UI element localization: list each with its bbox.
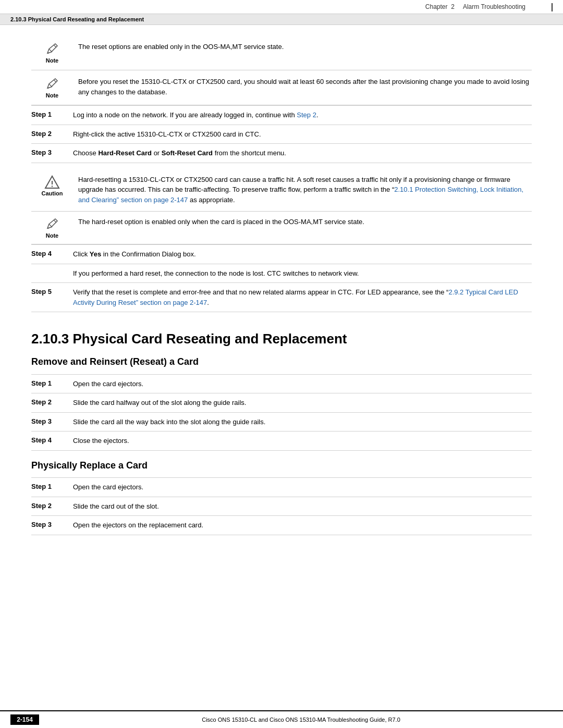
footer-page-badge: 2-154 [10,714,39,725]
step-content-2: Right-click the active 15310-CL-CTX or C… [73,129,532,140]
chapter-label: Chapter 2 Alarm Troubleshooting [425,3,525,11]
note-text-2: Before you reset the 15310-CL-CTX or CTX… [73,77,532,97]
sub1-step-label-1: Step 1 [31,379,73,387]
note-icon-1 [45,42,59,56]
note-icon-col-1: note1 Note [31,42,73,64]
caution-icon-col: Caution [31,175,73,196]
subsection1-heading: Remove and Reinsert (Reseat) a Card [31,356,532,368]
step-label-5: Step 5 [31,287,73,295]
step-row-3: Step 3 Choose Hard-Reset Card or Soft-Re… [31,144,532,163]
sub2-step-row-1: Step 1 Open the card ejectors. [31,477,532,497]
sub1-step-row-3: Step 3 Slide the card all the way back i… [31,413,532,432]
note-label-text-1: Note [46,57,58,64]
sub1-step-row-4: Step 4 Close the ejectors. [31,431,532,451]
caution-label-text: Caution [42,190,63,196]
steps-container-2: Step 4 Click Yes in the Confirmation Dia… [31,244,532,312]
step2-link[interactable]: Step 2 [297,111,316,119]
sub1-step-label-2: Step 2 [31,398,73,406]
steps-container-1: Step 1 Log into a node on the network. I… [31,105,532,163]
sub1-step-label-4: Step 4 [31,436,73,444]
note-text-1: The reset options are enabled only in th… [73,42,532,52]
inline-note-block: Note The hard-reset option is enabled on… [31,212,532,244]
subsection2-steps: Step 1 Open the card ejectors. Step 2 Sl… [31,477,532,535]
sub2-step-label-1: Step 1 [31,482,73,490]
step-label-3: Step 3 [31,148,73,156]
step-content-5: Verify that the reset is complete and er… [73,287,532,307]
caution-block: Caution Hard-resetting a 15310-CL-CTX or… [31,168,532,212]
sub1-step-row-1: Step 1 Open the card ejectors. [31,374,532,394]
step-label-2: Step 2 [31,129,73,138]
header-bar: Chapter 2 Alarm Troubleshooting [0,0,563,14]
note-icon-2 [45,77,59,91]
main-content: note1 Note The reset options are enabled… [0,25,563,582]
sub1-step-content-2: Slide the card halfway out of the slot a… [73,398,532,408]
step-row-1: Step 1 Log into a node on the network. I… [31,105,532,125]
footer: 2-154 Cisco ONS 15310-CL and Cisco ONS 1… [0,710,563,728]
step-label-4: Step 4 [31,249,73,257]
note-block-2: Note Before you reset the 15310-CL-CTX o… [31,70,532,105]
sub1-step-content-4: Close the ejectors. [73,436,532,446]
step-row-4b: If you performed a hard reset, the conne… [31,264,532,283]
sub1-step-label-3: Step 3 [31,417,73,425]
sub2-step-label-3: Step 3 [31,520,73,528]
sub2-step-row-3: Step 3 Open the ejectors on the replacem… [31,516,532,535]
inline-note-icon [45,217,59,231]
chapter-info: Chapter 2 Alarm Troubleshooting [425,3,553,11]
note-block-1: note1 Note The reset options are enabled… [31,35,532,70]
subsection2-heading: Physically Replace a Card [31,460,532,472]
svg-point-4 [52,186,53,187]
inline-note-label-text: Note [46,232,58,239]
caution-icon [44,175,60,190]
breadcrumb: 2.10.3 Physical Card Reseating and Repla… [0,14,563,25]
sub2-step-label-2: Step 2 [31,501,73,510]
svg-line-0 [54,45,56,47]
step-label-4b [31,268,73,269]
inline-note-text: The hard-reset option is enabled only wh… [73,217,532,227]
sub2-step-content-2: Slide the card out of the slot. [73,501,532,512]
step-content-3: Choose Hard-Reset Card or Soft-Reset Car… [73,148,532,158]
sub1-step-content-3: Slide the card all the way back into the… [73,417,532,427]
note-label-text-2: Note [46,92,58,98]
inline-note-icon-col: Note [31,217,73,239]
svg-line-5 [54,220,56,223]
step-content-4: Click Yes in the Confirmation Dialog box… [73,249,532,260]
step-row-4: Step 4 Click Yes in the Confirmation Dia… [31,244,532,264]
sub2-step-content-1: Open the card ejectors. [73,482,532,492]
caution-text: Hard-resetting a 15310-CL-CTX or CTX2500… [73,175,532,205]
footer-title: Cisco ONS 15310-CL and Cisco ONS 15310-M… [50,717,553,723]
step-row-5: Step 5 Verify that the reset is complete… [31,283,532,312]
sub1-step-row-2: Step 2 Slide the card halfway out of the… [31,393,532,413]
sub2-step-content-3: Open the ejectors on the replacement car… [73,520,532,530]
step-content-1: Log into a node on the network. If you a… [73,110,532,120]
section-heading: 2.10.3 Physical Card Reseating and Repla… [31,331,532,347]
step-label-1: Step 1 [31,110,73,118]
note-icon-col-2: Note [31,77,73,98]
sub2-step-row-2: Step 2 Slide the card out of the slot. [31,497,532,516]
sub1-step-content-1: Open the card ejectors. [73,379,532,389]
step-content-4b: If you performed a hard reset, the conne… [73,268,532,279]
step-row-2: Step 2 Right-click the active 15310-CL-C… [31,125,532,144]
vertical-rule [552,3,553,11]
subsection1-steps: Step 1 Open the card ejectors. Step 2 Sl… [31,374,532,451]
svg-line-1 [54,80,56,82]
